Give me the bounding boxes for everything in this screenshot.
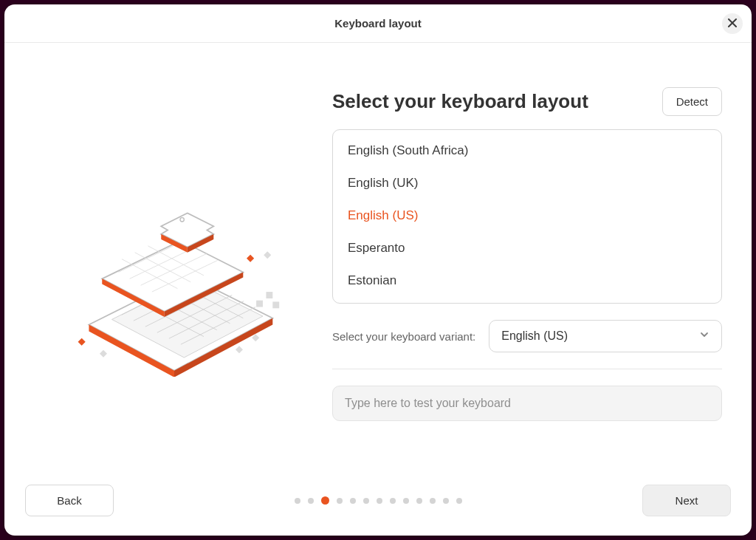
list-item[interactable]: English (US)	[333, 199, 721, 232]
step-dot	[377, 498, 382, 504]
content-area: Select your keyboard layout Detect Engli…	[4, 43, 752, 470]
chevron-down-icon	[699, 329, 709, 343]
variant-select[interactable]: English (US)	[489, 320, 722, 352]
list-item[interactable]: English (UK)	[333, 167, 721, 199]
step-dot	[443, 498, 449, 504]
step-dot	[321, 496, 329, 505]
svg-rect-3	[264, 251, 271, 259]
svg-rect-6	[266, 292, 272, 298]
titlebar: Keyboard layout	[4, 4, 752, 43]
close-icon	[728, 17, 737, 30]
step-dot	[308, 498, 314, 504]
step-dot	[363, 498, 369, 504]
footer: Back Next	[4, 470, 752, 536]
svg-rect-9	[78, 338, 86, 345]
variant-row: Select your keyboard variant: English (U…	[332, 320, 722, 352]
step-dot	[456, 498, 462, 504]
svg-rect-4	[252, 334, 259, 341]
keyboard-illustration	[34, 87, 315, 470]
variant-value: English (US)	[501, 329, 568, 343]
list-item[interactable]: Estonian	[333, 264, 721, 297]
installer-window: Keyboard layout	[4, 4, 752, 536]
step-dot	[337, 498, 343, 504]
page-heading: Select your keyboard layout	[332, 90, 588, 113]
list-item[interactable]: Esperanto	[333, 232, 721, 264]
header-row: Select your keyboard layout Detect	[332, 87, 722, 116]
divider	[332, 369, 722, 369]
keyboard-test-input[interactable]	[332, 386, 722, 421]
detect-button[interactable]: Detect	[662, 87, 722, 116]
step-dot	[350, 498, 356, 504]
svg-rect-8	[256, 300, 263, 307]
svg-rect-10	[247, 254, 254, 262]
keyboard-layout-list[interactable]: English (South Africa) English (UK) Engl…	[332, 129, 722, 304]
back-button[interactable]: Back	[25, 485, 114, 516]
step-dot	[403, 498, 409, 504]
main-panel: Select your keyboard layout Detect Engli…	[332, 87, 722, 470]
close-button[interactable]	[722, 13, 743, 34]
step-dot	[295, 498, 300, 504]
list-item[interactable]: English (South Africa)	[333, 134, 721, 167]
step-dot	[430, 498, 436, 504]
svg-rect-5	[236, 346, 243, 353]
svg-rect-7	[272, 301, 279, 308]
next-button[interactable]: Next	[642, 485, 731, 516]
variant-label: Select your keyboard variant:	[332, 330, 475, 343]
window-title: Keyboard layout	[334, 17, 422, 30]
step-dot	[416, 498, 422, 504]
step-indicator	[295, 496, 462, 505]
step-dot	[390, 498, 396, 504]
svg-rect-1	[100, 349, 107, 357]
